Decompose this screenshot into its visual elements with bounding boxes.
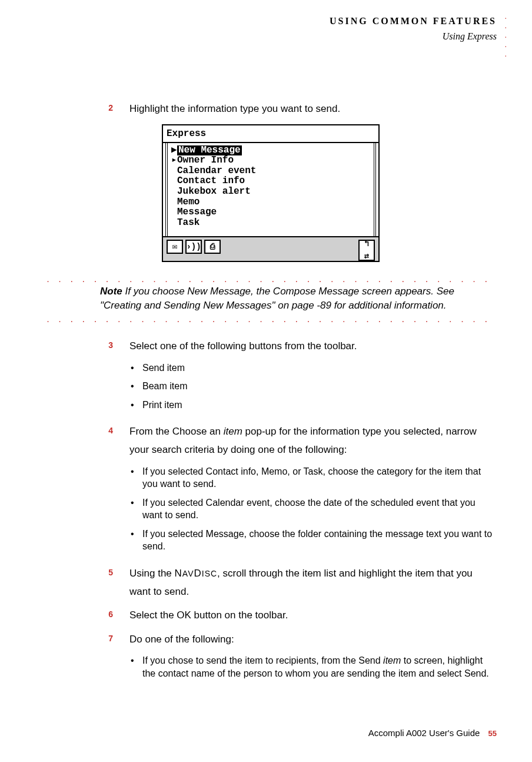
step-number: 3 — [47, 337, 129, 417]
bullet: If you selected Calendar event, choose t… — [142, 496, 494, 522]
step-2: 2 Highlight the information type you wan… — [47, 100, 494, 118]
page-body: 2 Highlight the information type you wan… — [47, 100, 494, 692]
page-number: 55 — [488, 729, 497, 738]
step-7: 7 Do one of the following: •If you chose… — [47, 631, 494, 686]
device-list: ▶New Message ▸Owner Info Calendar event … — [165, 143, 376, 237]
device-title: Express — [163, 125, 378, 143]
bullet: If you selected Message, choose the fold… — [142, 528, 494, 553]
step-number: 6 — [47, 607, 129, 625]
bullet: Beam item — [142, 380, 494, 393]
step-number: 4 — [47, 423, 129, 559]
print-icon: ⎙ — [204, 240, 221, 254]
step-text: Select one of the following buttons from… — [129, 337, 494, 417]
step-text: Do one of the following: •If you chose t… — [129, 631, 494, 686]
bullet: Send item — [142, 362, 494, 375]
step-5: 5 Using the NAVDISC, scroll through the … — [47, 565, 494, 601]
step-number: 7 — [47, 631, 129, 686]
list-item: ▸Owner Info — [171, 155, 370, 166]
step-number: 5 — [47, 565, 129, 601]
note-callout: . . . . . . . . . . . . . . . . . . . . … — [47, 270, 494, 327]
step-3: 3 Select one of the following buttons fr… — [47, 337, 494, 417]
device-toolbar: ✉ ›)) ⎙ ↰⇄ — [163, 236, 378, 261]
send-icon: ✉ — [167, 240, 183, 254]
step-number: 2 — [47, 100, 129, 118]
navdisc-term: NAVDISC — [175, 568, 218, 579]
back-icon: ↰⇄ — [358, 240, 375, 261]
step-6: 6 Select the OK button on the toolbar. — [47, 607, 494, 625]
bullet: If you selected Contact info, Memo, or T… — [142, 465, 494, 491]
bullet: If you chose to send the item to recipie… — [142, 654, 494, 680]
note-text: Note If you choose New Message, the Comp… — [47, 282, 494, 315]
footer-guide: Accompli A002 User's Guide — [368, 728, 480, 738]
list-item: Memo — [171, 197, 370, 208]
note-label: Note — [100, 286, 122, 297]
dot-divider: . . . . . . . . . . . . . . . . . . . . … — [47, 315, 494, 322]
header-section: Using Express — [330, 29, 497, 44]
step-text: Using the NAVDISC, scroll through the it… — [129, 565, 494, 601]
list-item: Calendar event — [171, 166, 370, 177]
list-item: Task — [171, 218, 370, 228]
beam-icon: ›)) — [185, 240, 202, 254]
step-4: 4 From the Choose an item pop-up for the… — [47, 423, 494, 559]
page-header: USING COMMON FEATURES Using Express — [330, 14, 497, 44]
step-text: From the Choose an item pop-up for the i… — [129, 423, 494, 559]
corner-dots: ..... — [504, 12, 507, 59]
figure-express-screen: Express ▶New Message ▸Owner Info Calenda… — [47, 124, 494, 263]
header-chapter: USING COMMON FEATURES — [330, 14, 497, 28]
step-text: Highlight the information type you want … — [129, 100, 494, 118]
list-item: Jukebox alert — [171, 187, 370, 197]
page-footer: Accompli A002 User's Guide 55 — [368, 727, 497, 740]
list-item: Contact info — [171, 176, 370, 187]
step-text: Select the OK button on the toolbar. — [129, 607, 494, 625]
list-item: Message — [171, 207, 370, 218]
bullet: Print item — [142, 399, 494, 412]
list-item: ▶New Message — [171, 145, 370, 156]
device-screenshot: Express ▶New Message ▸Owner Info Calenda… — [162, 124, 380, 263]
dot-divider: . . . . . . . . . . . . . . . . . . . . … — [47, 275, 494, 282]
